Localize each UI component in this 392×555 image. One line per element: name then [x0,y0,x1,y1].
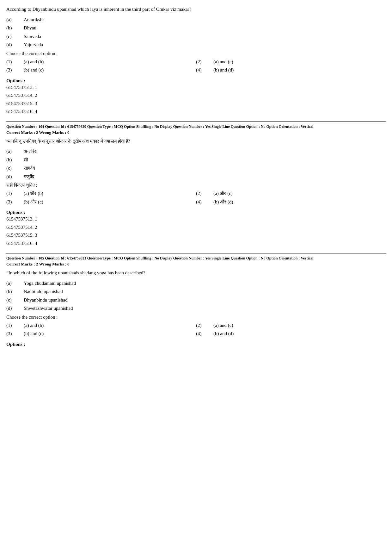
options-section-104: Options : 61547537513. 1 61547537514. 2 … [6,210,386,247]
choose-num-1-104: (1) [6,190,24,197]
option-text-c-103: Samveda [24,33,41,40]
options-list-vals-104: 61547537513. 1 61547537514. 2 6154753751… [6,215,386,247]
choose-option-2-105: (2) (a) and (c) [196,322,386,329]
choose-val-4-104: (b) और (d) [213,198,233,206]
option-b-104: (b) द्यौ [6,156,386,164]
option-label-a-104: (a) [6,148,24,155]
option-a-104: (a) अन्तरिक्ष [6,148,386,155]
opt-val-4-104: 61547537516. 4 [6,240,386,248]
choose-val-3-105: (b) and (c) [24,330,44,337]
option-label-d-103: (d) [6,41,24,48]
choose-label-104: सही विकल्प चुनिए : [6,183,386,188]
opt-val-1-104: 61547537513. 1 [6,215,386,223]
options-list-105: (a) Yoga chudamani upanishad (b) Nadbind… [6,280,386,312]
question-104: ध्यानबिन्दु उपनिषद् के अनुसार ओंकार के त… [6,138,386,248]
option-text-c-105: Dhyanbindu upanishad [24,296,68,304]
choose-val-1-105: (a) and (b) [24,322,44,329]
options-label-103: Options : [6,78,386,84]
option-text-a-105: Yoga chudamani upanishad [24,280,76,287]
option-c-104: (c) सामवेद [6,165,386,172]
choose-option-4-105: (4) (b) and (d) [196,330,386,337]
choose-options-104: (1) (a) और (b) (2) (a) और (c) (3) (b) और… [6,190,386,207]
option-label-b-105: (b) [6,288,24,295]
options-label-104: Options : [6,210,386,215]
choose-val-4-103: (b) and (d) [213,66,234,74]
option-d-105: (d) Shwetashwatar upanishad [6,305,386,312]
option-label-b-103: (b) [6,24,24,32]
options-list-103: (a) Antariksha (b) Dhyau (c) Samveda (d)… [6,16,386,48]
choose-num-3-105: (3) [6,330,24,337]
option-c-103: (c) Samveda [6,33,386,40]
option-text-b-104: द्यौ [24,156,28,164]
choose-num-4-103: (4) [196,66,213,74]
option-a-105: (a) Yoga chudamani upanishad [6,280,386,287]
opt-val-2-104: 61547537514. 2 [6,223,386,232]
option-b-103: (b) Dhyau [6,24,386,32]
option-text-b-103: Dhyau [24,24,36,32]
option-text-d-105: Shwetashwatar upanishad [24,305,73,312]
choose-val-3-104: (b) और (c) [24,198,43,206]
choose-val-2-103: (a) and (c) [213,58,233,65]
marks-105: Correct Marks : 2 Wrong Marks : 0 [6,262,386,267]
choose-label-103: Choose the correct option : [6,51,386,56]
option-text-a-104: अन्तरिक्ष [24,148,37,155]
choose-num-1-103: (1) [6,58,24,65]
choose-num-4-104: (4) [196,198,213,206]
choose-val-1-104: (a) और (b) [24,190,43,197]
choose-option-3-103: (3) (b) and (c) [6,66,196,74]
option-text-b-105: Nadbindu upanishad [24,288,63,295]
choose-num-2-103: (2) [196,58,213,65]
choose-num-4-105: (4) [196,330,213,337]
option-label-a-105: (a) [6,280,24,287]
option-c-105: (c) Dhyanbindu upanishad [6,296,386,304]
marks-104: Correct Marks : 2 Wrong Marks : 0 [6,130,386,135]
option-label-a-103: (a) [6,16,24,23]
choose-val-2-104: (a) और (c) [213,190,233,197]
options-list-vals-103: 61547537513. 1 61547537514. 2 6154753751… [6,84,386,116]
option-a-103: (a) Antariksha [6,16,386,23]
choose-label-105: Choose the correct option : [6,315,386,320]
options-section-105: Options : [6,342,386,347]
choose-num-3-103: (3) [6,66,24,74]
option-label-c-104: (c) [6,165,24,172]
choose-option-1-104: (1) (a) और (b) [6,190,196,197]
option-text-d-104: यजुर्वेद [24,173,34,180]
question-103-english: According to Dhyanbindu upanishad which … [6,6,386,116]
opt-val-2-103: 61547537514. 2 [6,91,386,100]
option-b-105: (b) Nadbindu upanishad [6,288,386,295]
choose-val-2-105: (a) and (c) [213,322,233,329]
question-text-105: “In which of the following upanishads sh… [6,269,386,277]
meta-block-104: Question Number : 104 Question Id : 6154… [6,122,386,129]
choose-option-4-104: (4) (b) और (d) [196,198,386,206]
choose-option-3-104: (3) (b) और (c) [6,198,196,206]
choose-val-1-103: (a) and (b) [24,58,44,65]
choose-val-3-103: (b) and (c) [24,66,44,74]
choose-option-3-105: (3) (b) and (c) [6,330,196,337]
choose-val-4-105: (b) and (d) [213,330,234,337]
choose-options-103: (1) (a) and (b) (2) (a) and (c) (3) (b) … [6,58,386,75]
option-text-a-103: Antariksha [24,16,45,23]
option-text-d-103: Yajurveda [24,41,43,48]
choose-option-2-104: (2) (a) और (c) [196,190,386,197]
options-label-105: Options : [6,342,386,347]
option-label-c-105: (c) [6,296,24,304]
meta-block-105: Question Number : 105 Question Id : 6154… [6,253,386,261]
choose-option-1-103: (1) (a) and (b) [6,58,196,65]
choose-num-2-104: (2) [196,190,213,197]
opt-val-4-103: 61547537516. 4 [6,108,386,116]
choose-num-2-105: (2) [196,322,213,329]
question-text-103: According to Dhyanbindu upanishad which … [6,6,386,13]
opt-val-1-103: 61547537513. 1 [6,84,386,92]
question-105: “In which of the following upanishads sh… [6,269,386,347]
option-label-c-103: (c) [6,33,24,40]
choose-option-4-103: (4) (b) and (d) [196,66,386,74]
option-d-104: (d) यजुर्वेद [6,173,386,180]
option-label-d-104: (d) [6,173,24,180]
choose-options-105: (1) (a) and (b) (2) (a) and (c) (3) (b) … [6,322,386,339]
options-section-103: Options : 61547537513. 1 61547537514. 2 … [6,78,386,116]
choose-option-1-105: (1) (a) and (b) [6,322,196,329]
option-label-b-104: (b) [6,156,24,164]
opt-val-3-103: 61547537515. 3 [6,100,386,108]
option-d-103: (d) Yajurveda [6,41,386,48]
option-label-d-105: (d) [6,305,24,312]
